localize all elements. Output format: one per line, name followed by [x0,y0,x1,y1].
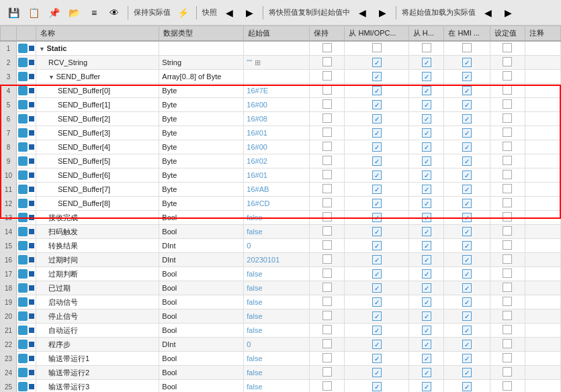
checkbox[interactable]: ✓ [422,142,431,152]
checkbox[interactable]: ✓ [422,199,431,208]
hmi-opc-cell[interactable]: ✓ [345,267,408,281]
hmi-opc-cell[interactable]: ✓ [345,98,408,112]
setval-cell[interactable] [490,211,525,225]
hmi3-cell[interactable]: ✓ [444,140,490,154]
setval-cell[interactable] [490,41,525,56]
checkbox[interactable] [322,283,332,292]
name-cell[interactable]: 程序步 [36,338,159,352]
checkbox[interactable] [503,198,512,207]
checkbox[interactable] [503,43,512,52]
hmi3-cell[interactable]: ✓ [444,56,490,70]
checkbox[interactable] [503,367,512,377]
checkbox[interactable]: ✓ [422,128,431,138]
checkbox[interactable] [503,113,512,123]
name-cell[interactable]: 过期判断 [36,267,159,281]
hold-cell[interactable] [309,239,345,253]
checkbox[interactable] [503,353,512,362]
checkbox[interactable]: ✓ [422,269,431,279]
checkbox[interactable]: ✓ [462,368,472,377]
checkbox[interactable]: ✓ [462,311,472,321]
hmi2-cell[interactable]: ✓ [408,98,444,112]
checkbox[interactable]: ✓ [422,227,431,236]
checkbox[interactable] [322,226,332,236]
checkbox[interactable]: ✓ [372,241,382,250]
setval-cell[interactable] [490,352,525,366]
hmi3-cell[interactable]: ✓ [444,324,490,338]
hmi2-cell[interactable] [408,41,444,56]
hold-cell[interactable] [309,41,345,56]
checkbox[interactable]: ✓ [422,213,431,222]
hold-cell[interactable] [309,197,345,211]
checkbox[interactable]: ✓ [462,382,472,391]
start-value-cell[interactable]: false [244,281,309,295]
hmi3-cell[interactable]: ✓ [444,380,490,393]
hmi3-cell[interactable]: ✓ [444,112,490,126]
hmi2-cell[interactable]: ✓ [408,183,444,197]
start-value-cell[interactable]: 16#08 [244,112,309,126]
checkbox[interactable]: ✓ [462,326,472,335]
copy-prev[interactable]: ◀ [354,5,370,21]
checkbox[interactable]: ✓ [422,58,431,67]
hold-cell[interactable] [309,225,345,239]
hmi3-cell[interactable]: ✓ [444,126,490,140]
checkbox[interactable] [503,325,512,334]
start-value-cell[interactable] [244,41,309,56]
checkbox[interactable] [322,297,332,306]
checkbox[interactable] [503,311,512,320]
checkbox[interactable]: ✓ [422,311,431,321]
checkbox[interactable]: ✓ [372,213,382,222]
checkbox[interactable]: ✓ [462,213,472,222]
hold-cell[interactable] [309,56,345,70]
checkbox[interactable] [322,113,332,123]
hmi3-cell[interactable]: ✓ [444,338,490,352]
name-cell[interactable]: SEND_Buffer[2] [36,112,159,126]
name-cell[interactable]: SEND_Buffer[5] [36,154,159,168]
hold-cell[interactable] [309,211,345,225]
checkbox[interactable] [322,367,332,377]
checkbox[interactable] [503,339,512,348]
setval-cell[interactable] [490,309,525,324]
snap-next[interactable]: ▶ [241,5,257,21]
hmi2-cell[interactable]: ✓ [408,352,444,366]
hmi3-cell[interactable]: ✓ [444,267,490,281]
start-value-cell[interactable]: false [244,295,309,309]
checkbox[interactable] [322,325,332,334]
checkbox[interactable]: ✓ [462,100,472,109]
checkbox[interactable] [503,85,512,95]
name-cell[interactable]: 输送带运行1 [36,352,159,366]
checkbox[interactable] [503,99,512,109]
checkbox[interactable] [322,212,332,222]
checkbox[interactable]: ✓ [372,185,382,194]
checkbox[interactable] [322,71,332,81]
setval-cell[interactable] [490,197,525,211]
hold-cell[interactable] [309,295,345,309]
name-cell[interactable]: ▼ Static [36,41,159,56]
hmi-opc-cell[interactable]: ✓ [345,366,408,380]
hold-cell[interactable] [309,70,345,84]
name-cell[interactable]: SEND_Buffer[1] [36,98,159,112]
checkbox[interactable]: ✓ [462,156,472,166]
start-value-cell[interactable]: false [244,380,309,393]
hmi-opc-cell[interactable]: ✓ [345,154,408,168]
list-btn[interactable]: ≡ [86,5,102,21]
hmi-opc-cell[interactable]: ✓ [345,56,408,70]
setval-cell[interactable] [490,324,525,338]
setval-cell[interactable] [490,253,525,267]
start-value-cell[interactable]: false [244,366,309,380]
hmi3-cell[interactable]: ✓ [444,98,490,112]
start-value-cell[interactable]: 0 [244,239,309,253]
checkbox[interactable]: ✓ [372,128,382,138]
checkbox[interactable]: ✓ [422,100,431,109]
hmi2-cell[interactable]: ✓ [408,295,444,309]
hmi-opc-cell[interactable]: ✓ [345,84,408,98]
hmi-opc-cell[interactable]: ✓ [345,295,408,309]
hmi3-cell[interactable]: ✓ [444,70,490,84]
setval-cell[interactable] [490,338,525,352]
checkbox[interactable]: ✓ [422,255,431,264]
checkbox[interactable]: ✓ [372,170,382,180]
hmi-opc-cell[interactable] [345,41,408,56]
checkbox[interactable] [322,128,332,137]
name-cell[interactable]: SEND_Buffer[7] [36,183,159,197]
hmi-opc-cell[interactable]: ✓ [345,239,408,253]
checkbox[interactable] [322,57,332,66]
